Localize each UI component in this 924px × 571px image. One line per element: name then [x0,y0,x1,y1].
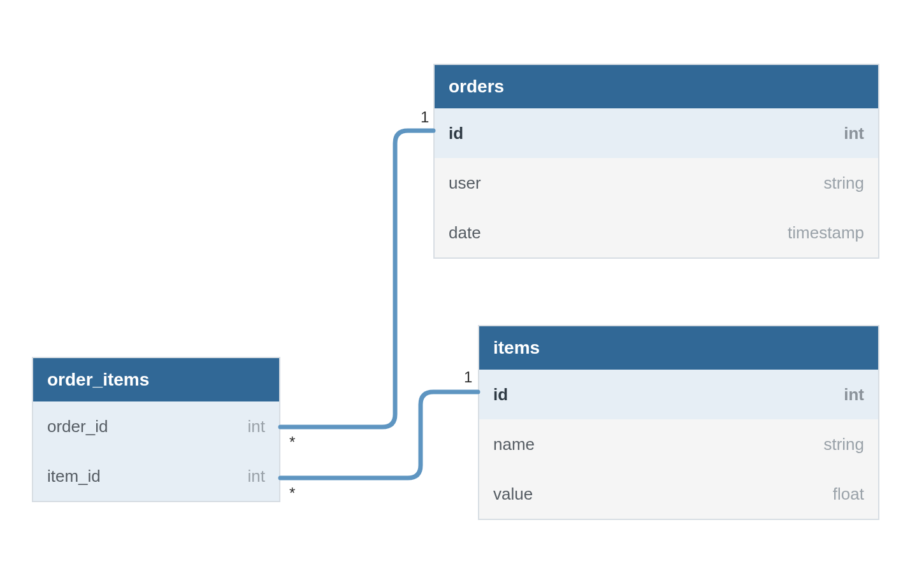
column-type: int [248,466,265,486]
table-row: item_id int [33,451,279,501]
column-type: string [823,173,864,193]
column-name: value [493,484,533,504]
column-name: id [493,385,508,405]
cardinality-label: 1 [421,108,429,126]
column-name: item_id [47,466,101,486]
table-orders[interactable]: orders id int user string date timestamp [433,64,879,259]
relation-orderitems-items [280,392,478,478]
table-row: date timestamp [435,208,878,257]
column-type: string [823,435,864,454]
column-type: int [844,124,864,143]
column-type: int [844,385,864,405]
table-row: order_id int [33,401,279,451]
column-name: id [449,124,463,143]
table-row: id int [435,108,878,158]
column-name: name [493,435,535,454]
table-row: value float [479,469,878,519]
column-type: timestamp [788,223,864,243]
column-name: date [449,223,481,243]
table-row: name string [479,419,878,469]
column-type: float [833,484,864,504]
table-row: id int [479,370,878,419]
table-header-orders: orders [435,65,878,108]
column-name: order_id [47,417,108,437]
column-name: user [449,173,481,193]
cardinality-label: * [289,433,295,451]
table-order-items[interactable]: order_items order_id int item_id int [32,357,280,502]
cardinality-label: 1 [464,368,472,386]
table-row: user string [435,158,878,208]
table-header-order-items: order_items [33,358,279,401]
cardinality-label: * [289,484,295,502]
relation-orderitems-orders [280,131,433,427]
table-items[interactable]: items id int name string value float [478,325,879,520]
column-type: int [248,417,265,437]
table-header-items: items [479,326,878,370]
